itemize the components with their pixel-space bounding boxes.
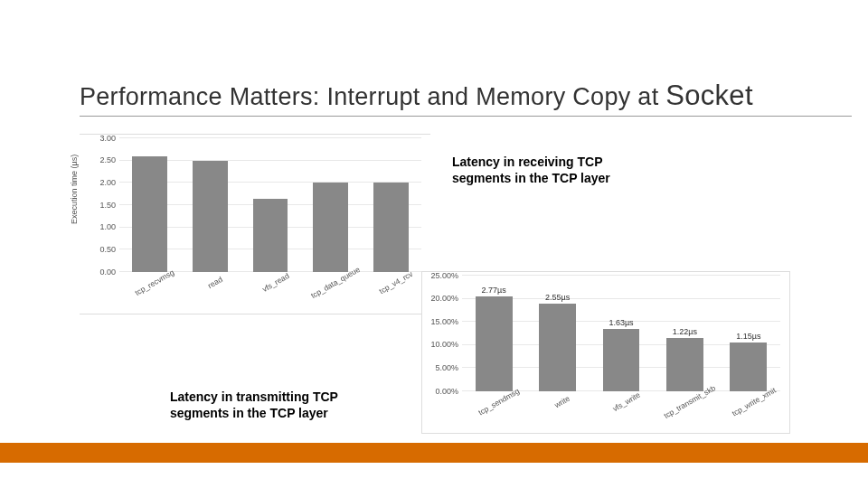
bar-value-label: 1.63µs <box>609 318 633 327</box>
bar-slot <box>361 138 421 272</box>
bar-value-label: 2.55µs <box>545 293 570 302</box>
y-tick: 0.00 <box>99 267 116 277</box>
y-tick: 15.00% <box>430 317 458 326</box>
chart-receiving: Execution time (µs) 0.000.501.001.502.00… <box>80 134 430 314</box>
footer-bar <box>0 443 868 463</box>
bar <box>373 183 409 272</box>
bar-value-label: 1.15µs <box>736 332 760 341</box>
title-underline <box>80 116 852 117</box>
bar <box>313 183 348 272</box>
bar-slot: 1.15µs <box>717 276 780 391</box>
bar-slot: 2.55µs <box>525 276 589 391</box>
bar <box>730 343 767 391</box>
y-tick: 0.50 <box>99 245 116 254</box>
y-tick: 1.00 <box>99 222 116 231</box>
bar-slot: 2.77µs <box>462 276 525 391</box>
x-labels-1: tcp_recvmsgreadvfs_readtcp_data_queuetcp… <box>119 274 421 314</box>
bar <box>253 199 288 272</box>
caption-receiving: Latency in receiving TCP segments in the… <box>452 154 651 186</box>
y-axis-label: Execution time (µs) <box>70 155 79 224</box>
caption-transmitting: Latency in transmitting TCP segments in … <box>170 389 369 421</box>
y-tick: 25.00% <box>430 271 458 280</box>
chart-transmitting: 0.00%5.00%10.00%15.00%20.00%25.00%2.77µs… <box>421 271 790 434</box>
y-tick: 20.00% <box>430 294 458 303</box>
bar-slot: 1.63µs <box>590 276 653 391</box>
bar-slot <box>119 138 180 272</box>
bar-slot <box>180 138 241 272</box>
bar <box>603 329 640 391</box>
bar-value-label: 2.77µs <box>482 286 506 295</box>
bar-slot <box>241 138 301 272</box>
y-tick: 5.00% <box>435 363 458 372</box>
y-tick: 0.00% <box>435 387 458 396</box>
bar <box>476 296 513 391</box>
y-tick: 10.00% <box>430 340 458 349</box>
bar-value-label: 1.22µs <box>673 327 697 336</box>
bar <box>193 161 228 272</box>
bar <box>666 338 703 391</box>
bar <box>539 304 576 391</box>
plot-area-2: 0.00%5.00%10.00%15.00%20.00%25.00%2.77µs… <box>462 276 780 391</box>
bar-slot: 1.22µs <box>653 276 716 391</box>
y-tick: 2.50 <box>99 155 116 164</box>
slide-title: Performance Matters: Interrupt and Memor… <box>80 80 850 112</box>
x-labels-2: tcp_sendmsgwritevfs_writetcp_transmit_sk… <box>462 393 780 433</box>
y-tick: 1.50 <box>99 201 116 210</box>
plot-area-1: 0.000.501.001.502.002.503.00 <box>119 138 421 272</box>
bar <box>132 156 167 272</box>
bar-slot <box>300 138 361 272</box>
y-tick: 2.00 <box>99 178 116 187</box>
y-tick: 3.00 <box>99 134 116 143</box>
title-text: Performance Matters: Interrupt and Memor… <box>80 83 753 110</box>
